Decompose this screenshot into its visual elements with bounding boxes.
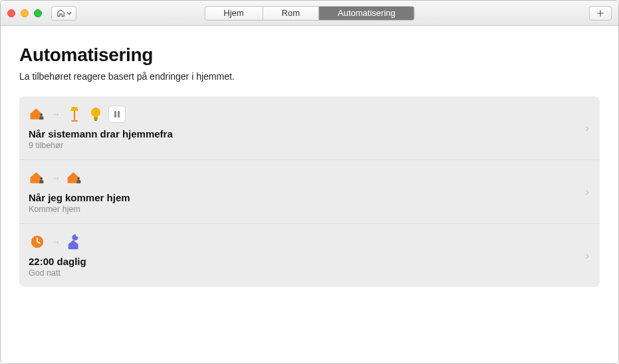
automations-list: → Når sistemann drar hjemmefra 9 tilbehø… xyxy=(19,96,600,287)
automation-subtitle: Kommer hjem xyxy=(29,205,588,214)
content-area: Automatisering La tilbehøret reagere bas… xyxy=(1,26,618,363)
svg-rect-1 xyxy=(74,111,75,120)
chevron-right-icon: › xyxy=(586,186,589,198)
titlebar: Hjem Rom Automatisering xyxy=(1,1,618,26)
arrow-icon: → xyxy=(50,236,62,247)
minimize-window-button[interactable] xyxy=(21,9,29,17)
tab-rooms[interactable]: Rom xyxy=(263,7,319,20)
arrow-icon: → xyxy=(50,109,62,120)
plus-icon xyxy=(596,9,605,18)
automation-subtitle: 9 tilbehør xyxy=(29,141,588,150)
house-person-leave-icon xyxy=(29,106,46,123)
row-icons: → xyxy=(29,169,588,187)
clock-icon xyxy=(29,233,46,250)
arrow-icon: → xyxy=(50,173,62,183)
tab-automation[interactable]: Automatisering xyxy=(319,7,414,20)
svg-point-0 xyxy=(40,114,43,116)
page-title: Automatisering xyxy=(19,45,600,66)
automation-title: Når sistemann drar hjemmefra xyxy=(29,128,588,139)
row-icons: → xyxy=(29,106,588,123)
svg-rect-2 xyxy=(71,120,78,122)
house-icon xyxy=(57,9,65,17)
automation-subtitle: God natt xyxy=(29,268,588,278)
tab-home[interactable]: Hjem xyxy=(205,7,263,20)
automation-row[interactable]: → Når sistemann drar hjemmefra 9 tilbehø… xyxy=(19,96,600,160)
window-controls xyxy=(7,9,42,17)
house-person-arrive-icon xyxy=(66,169,83,187)
view-tabs: Hjem Rom Automatisering xyxy=(204,6,415,21)
chevron-right-icon: › xyxy=(586,122,589,134)
zoom-window-button[interactable] xyxy=(34,9,42,17)
row-icons: → xyxy=(29,233,588,250)
svg-rect-6 xyxy=(114,111,116,118)
automation-title: Når jeg kommer hjem xyxy=(29,192,588,203)
automation-title: 22:00 daglig xyxy=(29,256,588,267)
svg-rect-4 xyxy=(94,117,98,120)
close-window-button[interactable] xyxy=(7,9,15,17)
automation-row[interactable]: → Når jeg kommer hjem Kommer hjem › xyxy=(19,160,600,224)
switch-tile-icon xyxy=(108,106,126,123)
svg-point-8 xyxy=(40,177,43,180)
floor-lamp-icon xyxy=(66,106,83,123)
svg-rect-7 xyxy=(118,111,120,118)
automation-row[interactable]: → 22:00 daglig God natt › xyxy=(19,224,600,287)
page-subtitle: La tilbehøret reagere basert på endringe… xyxy=(19,71,600,82)
house-person-arrive-icon xyxy=(29,169,46,187)
add-button[interactable] xyxy=(589,6,612,21)
app-window: Hjem Rom Automatisering Automatisering L… xyxy=(0,0,619,364)
svg-rect-5 xyxy=(94,120,97,121)
home-selector-dropdown[interactable] xyxy=(51,6,76,21)
chevron-right-icon: › xyxy=(586,250,589,262)
bulb-icon xyxy=(87,106,104,123)
svg-point-3 xyxy=(91,108,100,117)
svg-point-9 xyxy=(77,177,80,180)
chevron-down-icon xyxy=(66,11,72,16)
moon-house-icon xyxy=(66,233,83,250)
